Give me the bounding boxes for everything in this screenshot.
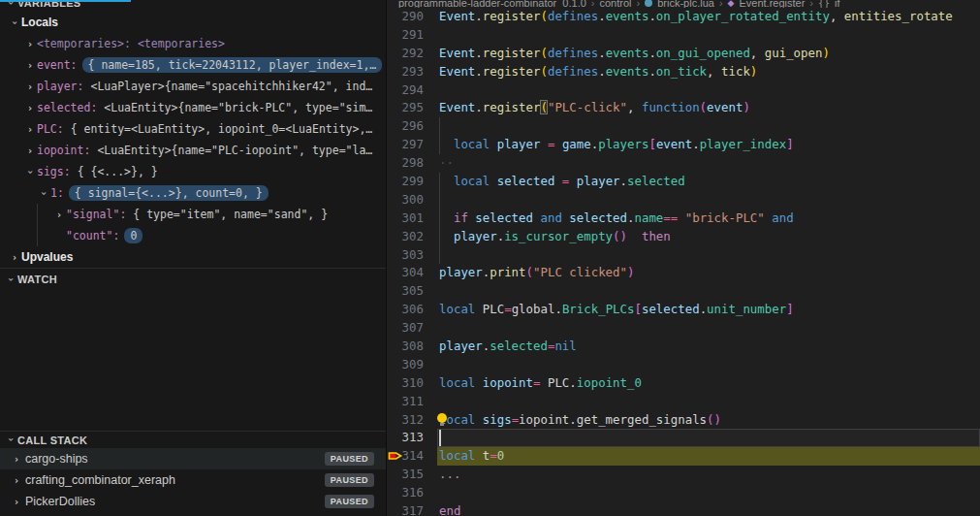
chevron-right-icon[interactable] — [23, 145, 37, 156]
code-text[interactable]: ... — [437, 466, 980, 484]
code-text[interactable]: local player = game.players[event.player… — [437, 136, 980, 154]
code-text[interactable] — [437, 81, 980, 100]
code-text[interactable]: local sigs=iopoint.get_merged_signals() — [437, 411, 980, 430]
code-text[interactable]: end — [437, 502, 980, 516]
line-number[interactable]: 304 — [387, 264, 437, 282]
scope-locals[interactable]: Locals — [0, 12, 386, 33]
code-editor[interactable]: programmable-ladder-combinator_0.1.0›con… — [387, 0, 980, 516]
variable-row[interactable]: sigs:{ {<...>}, } — [0, 161, 386, 182]
variable-row[interactable]: selected:<LuaEntity>{name="brick-PLC", t… — [0, 97, 386, 118]
code-text[interactable]: if selected and selected.name== "brick-P… — [437, 210, 980, 228]
chevron-right-icon[interactable] — [23, 103, 37, 113]
line-number[interactable]: 298 — [387, 154, 437, 173]
line-number[interactable]: 309 — [387, 356, 437, 374]
line-number[interactable]: 300 — [387, 191, 437, 210]
chevron-down-icon[interactable] — [23, 167, 37, 177]
breadcrumb-item[interactable]: Event.register — [739, 0, 805, 8]
chevron-right-icon[interactable] — [52, 210, 66, 220]
line-number[interactable]: 295 — [387, 99, 437, 117]
code-text[interactable]: Event.register("PLC-click", function(eve… — [437, 99, 980, 117]
breadcrumb-item[interactable]: programmable-ladder-combinator_0.1.0 — [398, 0, 586, 8]
code-line-297[interactable]: 297 local player = game.players[event.pl… — [387, 136, 980, 154]
code-text[interactable]: Event.register(defines.events.on_gui_ope… — [437, 45, 980, 63]
code-text[interactable] — [437, 393, 980, 411]
chevron-right-icon[interactable] — [10, 497, 23, 507]
code-text[interactable] — [437, 117, 980, 136]
line-number[interactable]: 302 — [387, 228, 437, 246]
variable-row[interactable]: iopoint:<LuaEntity>{name="PLC-iopoint", … — [0, 140, 386, 161]
code-text[interactable] — [437, 246, 980, 265]
chevron-right-icon[interactable] — [23, 39, 37, 49]
chevron-right-icon[interactable] — [8, 252, 21, 263]
breadcrumb-item[interactable]: control — [600, 0, 632, 8]
chevron-down-icon[interactable] — [37, 188, 50, 199]
line-number[interactable]: 297 — [387, 136, 437, 154]
code-text[interactable]: Event.register(defines.events.on_player_… — [437, 8, 980, 26]
variable-row[interactable]: PLC:{ entity=<LuaEntity>, iopoint_0=<Lua… — [0, 118, 386, 140]
code-area[interactable]: 290Event.register(defines.events.on_play… — [387, 8, 980, 516]
watch-section-header[interactable]: WATCH — [0, 268, 386, 290]
code-text[interactable]: player.selected=nil — [437, 338, 980, 356]
line-number[interactable]: 305 — [387, 282, 437, 301]
call-stack-frame[interactable]: cargo-shipsPAUSED — [0, 448, 386, 469]
variable-row[interactable]: "count":0 — [0, 225, 386, 246]
variable-row[interactable]: <temporaries>:<temporaries> — [0, 33, 386, 54]
line-number[interactable]: 307 — [387, 319, 437, 338]
call-stack-frame[interactable]: PickerDolliesPAUSED — [0, 491, 386, 512]
line-number[interactable]: 294 — [387, 81, 437, 100]
code-text[interactable]: local iopoint= PLC.iopoint_0 — [437, 374, 980, 393]
code-text[interactable]: player.print("PLC clicked") — [437, 264, 980, 282]
code-line-317[interactable]: 317end — [387, 502, 980, 516]
quick-fix-lightbulb-icon[interactable] — [437, 413, 447, 426]
code-line-311[interactable]: 311 — [387, 393, 980, 411]
code-line-309[interactable]: 309 — [387, 356, 980, 374]
code-line-307[interactable]: 307 — [387, 319, 980, 338]
code-text[interactable]: Event.register(defines.events.on_tick, t… — [437, 63, 980, 81]
code-text[interactable]: local selected = player.selected — [437, 173, 980, 191]
code-line-315[interactable]: 315... — [387, 466, 980, 484]
code-line-295[interactable]: 295Event.register("PLC-click", function(… — [387, 99, 980, 117]
code-text[interactable] — [437, 356, 980, 374]
code-line-306[interactable]: 306local PLC=global.Brick_PLCs[selected.… — [387, 301, 980, 319]
line-number[interactable]: 316 — [387, 484, 437, 502]
code-line-293[interactable]: 293Event.register(defines.events.on_tick… — [387, 63, 980, 81]
code-line-312[interactable]: 312local sigs=iopoint.get_merged_signals… — [387, 411, 980, 430]
line-number[interactable]: 310 — [387, 374, 437, 393]
chevron-down-icon[interactable] — [4, 274, 17, 285]
line-number[interactable]: 312 — [387, 411, 437, 430]
variable-row[interactable]: "signal":{ type="item", name="sand", } — [0, 204, 386, 225]
line-number[interactable]: 296 — [387, 117, 437, 136]
breadcrumb-item[interactable]: if — [835, 0, 840, 8]
code-line-296[interactable]: 296 — [387, 117, 980, 136]
code-line-316[interactable]: 316 — [387, 484, 980, 502]
line-number[interactable]: 290 — [387, 8, 437, 26]
code-line-298[interactable]: 298·· — [387, 154, 980, 173]
line-number[interactable]: 315 — [387, 466, 437, 484]
line-number[interactable]: 303 — [387, 246, 437, 265]
code-line-303[interactable]: 303 — [387, 246, 980, 265]
chevron-down-icon[interactable] — [4, 435, 17, 445]
code-text[interactable] — [437, 191, 980, 210]
code-line-314[interactable]: 314local t=0 — [387, 447, 980, 466]
chevron-right-icon[interactable] — [10, 454, 23, 465]
line-number[interactable]: 293 — [387, 63, 437, 81]
code-text[interactable] — [437, 282, 980, 301]
chevron-right-icon[interactable] — [23, 60, 37, 71]
code-line-313[interactable]: 313 — [387, 429, 980, 447]
code-text[interactable] — [437, 26, 980, 45]
code-line-310[interactable]: 310local iopoint= PLC.iopoint_0 — [387, 374, 980, 393]
code-text[interactable]: ·· — [437, 154, 980, 173]
code-line-290[interactable]: 290Event.register(defines.events.on_play… — [387, 8, 980, 26]
variable-row[interactable]: event:{ name=185, tick=22043112, player_… — [0, 54, 386, 76]
line-number[interactable]: 306 — [387, 301, 437, 319]
call-stack-frame[interactable]: crafting_combinator_xeraphPAUSED — [0, 469, 386, 491]
line-number[interactable]: 311 — [387, 393, 437, 411]
breakpoint-current-line-icon[interactable] — [388, 450, 403, 462]
line-number[interactable]: 313 — [387, 429, 437, 447]
scope-upvalues[interactable]: Upvalues — [0, 246, 386, 268]
chevron-right-icon[interactable] — [23, 81, 37, 92]
code-line-294[interactable]: 294 — [387, 81, 980, 100]
breadcrumb-item[interactable]: brick-plc.lua — [657, 0, 714, 8]
line-number[interactable]: 292 — [387, 45, 437, 63]
line-number[interactable]: 291 — [387, 26, 437, 45]
